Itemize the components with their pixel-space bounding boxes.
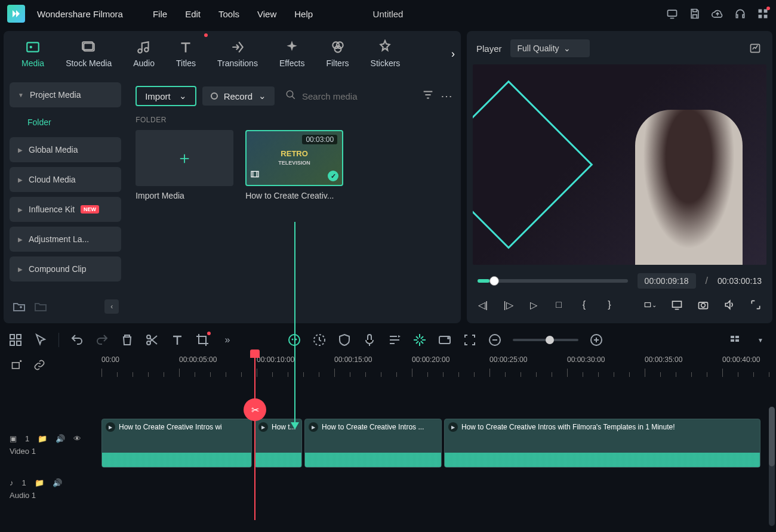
mute-icon[interactable]: 🔊 (56, 434, 65, 443)
timeline-scrollbar[interactable] (769, 407, 775, 526)
chevron-down-icon: ⌄ (258, 91, 266, 101)
chevron-right-icon[interactable]: › (451, 48, 455, 60)
svg-rect-34 (731, 336, 734, 338)
collapse-sidebar-icon[interactable]: ‹ (104, 299, 119, 314)
visibility-icon[interactable]: 👁 (73, 434, 81, 443)
record-button[interactable]: Record⌄ (202, 86, 275, 106)
ruler-time-label: 00:00:05:00 (179, 355, 217, 364)
stop-icon[interactable]: □ (553, 298, 564, 311)
import-media-card[interactable]: ＋ Import Media (136, 130, 233, 200)
sidebar-item-global-media[interactable]: ▶Global Media (10, 137, 121, 162)
menu-tools[interactable]: Tools (218, 9, 239, 19)
prev-frame-icon[interactable]: ◁| (478, 298, 488, 311)
fit-icon[interactable] (463, 333, 477, 347)
audio-mixer-icon[interactable] (387, 333, 402, 347)
ruler-time-label: 00:00:15:00 (334, 355, 372, 364)
delete-icon[interactable] (120, 333, 134, 347)
tab-effects[interactable]: Effects (269, 35, 316, 73)
snapshot-chart-icon[interactable] (747, 42, 763, 54)
cut-marker-icon[interactable]: ✂ (244, 398, 266, 421)
next-frame-icon[interactable]: |▷ (503, 298, 513, 311)
sidebar-item-adjustment-layer[interactable]: ▶Adjustment La... (10, 227, 121, 252)
screen-icon[interactable] (666, 8, 678, 20)
tab-audio[interactable]: Audio (122, 35, 165, 73)
markers-icon[interactable] (412, 333, 427, 347)
preview-video[interactable] (473, 64, 766, 265)
undo-icon[interactable] (70, 333, 84, 347)
ruler-time-label: 00:00 (101, 355, 119, 364)
camera-icon[interactable] (697, 298, 709, 311)
tab-stickers[interactable]: Stickers (360, 35, 411, 73)
sidebar-item-compound-clip[interactable]: ▶Compound Clip (10, 256, 121, 282)
volume-icon[interactable] (723, 298, 735, 311)
search-input[interactable] (302, 91, 415, 101)
video-track-icon: ▣ (10, 434, 17, 443)
tab-media[interactable]: Media (11, 35, 55, 73)
headphones-icon[interactable] (734, 8, 746, 20)
crop-icon[interactable] (195, 333, 210, 347)
chevron-down-icon[interactable]: ▼ (753, 333, 768, 347)
tab-filters[interactable]: Filters (315, 35, 359, 73)
grid-icon[interactable] (8, 333, 23, 347)
mic-icon[interactable] (362, 333, 377, 347)
save-icon[interactable] (689, 8, 701, 20)
shield-icon[interactable] (337, 333, 352, 347)
speed-icon[interactable] (312, 333, 327, 347)
link-icon[interactable] (32, 358, 47, 372)
sidebar-sub-folder[interactable]: Folder (10, 112, 121, 132)
menu-help[interactable]: Help (294, 9, 313, 19)
tab-transitions[interactable]: Transitions (207, 35, 269, 73)
audio-icon (136, 39, 152, 55)
titles-icon (178, 39, 193, 55)
folder-add-icon[interactable] (12, 299, 26, 314)
effects-icon (284, 39, 300, 55)
view-options-icon[interactable] (728, 333, 743, 347)
play-icon[interactable]: ▷ (528, 298, 539, 311)
svg-point-18 (701, 304, 706, 308)
quality-select[interactable]: Full Quality ⌄ (510, 39, 590, 57)
tab-titles[interactable]: Titles (165, 35, 207, 73)
scissors-icon[interactable] (145, 333, 159, 347)
ruler-time-label: 00:00:25:00 (489, 355, 527, 364)
redo-icon[interactable] (95, 333, 109, 347)
ratio-icon[interactable]: ⌄ (643, 298, 657, 311)
cursor-icon[interactable] (33, 333, 48, 347)
ruler-time-label: 00:00:35:00 (645, 355, 682, 364)
folder-icon[interactable]: 📁 (35, 478, 44, 487)
timeline-clip[interactable]: ▶How to Create Creative Intros with Film… (444, 419, 760, 468)
app-logo (7, 5, 25, 23)
sidebar-item-influence-kit[interactable]: ▶Influence KitNEW (10, 197, 121, 222)
timeline-ruler[interactable]: ✂ 00:0000:00:05:0000:00:10:0000:00:15:00… (101, 353, 776, 377)
mark-out-icon[interactable]: } (604, 298, 615, 311)
cloud-upload-icon[interactable] (712, 8, 723, 20)
folder-icon[interactable]: 📁 (38, 434, 47, 443)
apps-grid-icon[interactable] (757, 8, 769, 20)
timeline-clip[interactable]: ▶How to Create Creative Intros ... (304, 419, 442, 468)
tab-stock-media[interactable]: Stock Media (55, 35, 122, 73)
folder-icon[interactable] (33, 299, 48, 314)
text-icon[interactable] (170, 333, 184, 347)
mute-icon[interactable]: 🔊 (53, 478, 62, 487)
zoom-in-icon[interactable] (589, 333, 603, 347)
add-track-icon[interactable] (10, 358, 24, 372)
import-button[interactable]: Import⌄ (136, 86, 196, 106)
more-tools-icon[interactable]: » (220, 333, 235, 347)
timeline-clip[interactable]: ▶How to Create Creative Intros wi (101, 419, 252, 468)
filter-icon[interactable] (421, 88, 435, 104)
media-clip-card[interactable]: RETROTELEVISION 00:03:00 ✓ How to Create… (245, 130, 343, 200)
display-icon[interactable] (671, 298, 683, 311)
video-track-content[interactable]: ▶How to Create Creative Intros wi▶How t.… (101, 419, 776, 471)
playhead[interactable]: ✂ (254, 353, 255, 520)
menu-edit[interactable]: Edit (185, 9, 201, 19)
keyframe-icon[interactable] (438, 333, 452, 347)
fullscreen-icon[interactable] (750, 298, 762, 311)
preview-scrubber[interactable] (478, 279, 628, 283)
sidebar-item-cloud-media[interactable]: ▶Cloud Media (10, 167, 121, 192)
mark-in-icon[interactable]: { (578, 298, 589, 311)
sidebar-item-project-media[interactable]: ▼Project Media (10, 82, 121, 107)
more-icon[interactable]: ⋯ (441, 89, 452, 103)
menu-file[interactable]: File (153, 9, 167, 19)
zoom-slider[interactable] (513, 339, 578, 341)
zoom-out-icon[interactable] (488, 333, 502, 347)
menu-view[interactable]: View (257, 9, 276, 19)
